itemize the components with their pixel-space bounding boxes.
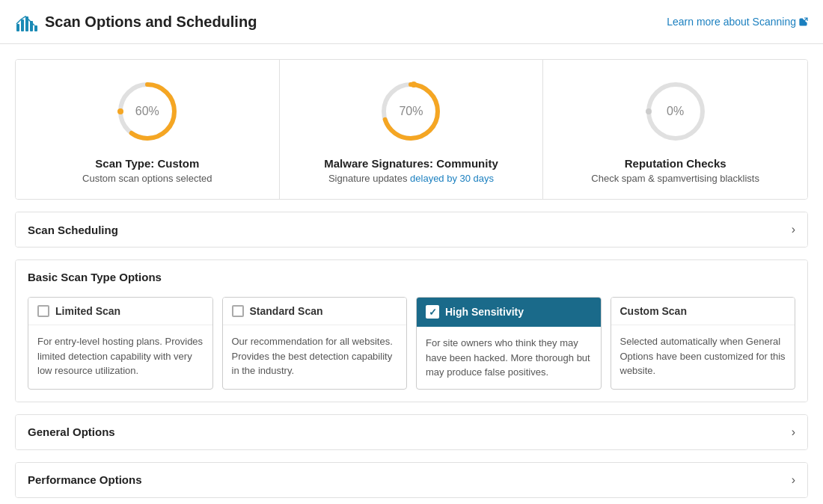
reputation-card: 0% Reputation Checks Check spam & spamve… <box>543 60 807 199</box>
scan-type-title: Scan Type: Custom <box>95 157 199 170</box>
performance-options-section: Performance Options › <box>15 462 808 498</box>
custom-scan-label: Custom Scan <box>620 305 687 317</box>
general-options-chevron: › <box>792 425 795 439</box>
performance-options-title: Performance Options <box>28 473 142 486</box>
page-header: Scan Options and Scheduling Learn more a… <box>0 0 823 44</box>
page-title: Scan Options and Scheduling <box>45 13 257 31</box>
reputation-title: Reputation Checks <box>625 157 726 170</box>
standard-scan-header: Standard Scan <box>223 298 407 325</box>
basic-scan-title: Basic Scan Type Options <box>28 271 795 283</box>
scan-scheduling-header[interactable]: Scan Scheduling › <box>16 212 807 247</box>
limited-scan-card[interactable]: Limited Scan For entry-level hosting pla… <box>28 297 213 390</box>
standard-scan-body: Our recommendation for all websites. Pro… <box>223 325 407 387</box>
reputation-percent: 0% <box>667 105 684 118</box>
high-sensitivity-checkbox[interactable] <box>426 305 439 319</box>
standard-scan-label: Standard Scan <box>250 305 323 317</box>
high-sensitivity-header: High Sensitivity <box>417 298 601 327</box>
high-sensitivity-body: For site owners who think they may have … <box>417 327 601 389</box>
high-sensitivity-card[interactable]: High Sensitivity For site owners who thi… <box>416 297 602 390</box>
scan-type-donut: 60% <box>114 78 181 145</box>
svg-point-7 <box>117 108 123 114</box>
basic-scan-section: Basic Scan Type Options Limited Scan For… <box>15 259 808 402</box>
scan-type-cards: Limited Scan For entry-level hosting pla… <box>16 291 807 402</box>
malware-title: Malware Signatures: Community <box>324 157 498 170</box>
svg-point-12 <box>646 108 652 114</box>
learn-more-label: Learn more about Scanning <box>667 16 796 28</box>
limited-scan-label: Limited Scan <box>55 305 120 317</box>
malware-percent: 70% <box>399 105 423 118</box>
reputation-subtitle: Check spam & spamvertising blacklists <box>591 173 759 184</box>
malware-donut: 70% <box>377 78 444 145</box>
external-link-icon <box>799 17 808 26</box>
general-options-header[interactable]: General Options › <box>16 415 807 449</box>
general-options-section: General Options › <box>15 414 808 450</box>
custom-scan-body: Selected automatically when General Opti… <box>611 325 795 387</box>
learn-more-link[interactable]: Learn more about Scanning <box>667 16 808 28</box>
scan-type-percent: 60% <box>135 105 159 118</box>
summary-cards: 60% Scan Type: Custom Custom scan option… <box>15 59 808 200</box>
svg-rect-1 <box>21 19 24 31</box>
scan-scheduling-section: Scan Scheduling › <box>15 212 808 248</box>
performance-options-chevron: › <box>792 473 795 487</box>
svg-rect-0 <box>16 24 19 31</box>
standard-scan-checkbox[interactable] <box>232 305 244 317</box>
main-content: 60% Scan Type: Custom Custom scan option… <box>0 44 823 504</box>
scan-type-card: 60% Scan Type: Custom Custom scan option… <box>16 60 280 199</box>
header-left: Scan Options and Scheduling <box>15 10 257 33</box>
scan-type-subtitle: Custom scan options selected <box>82 173 212 184</box>
limited-scan-checkbox[interactable] <box>37 305 49 317</box>
basic-scan-header: Basic Scan Type Options <box>16 260 807 291</box>
reputation-donut: 0% <box>642 78 709 145</box>
high-sensitivity-label: High Sensitivity <box>445 306 524 318</box>
malware-signatures-card: 70% Malware Signatures: Community Signat… <box>280 60 544 199</box>
malware-subtitle: Signature updates delayed by 30 days <box>328 173 494 184</box>
custom-scan-header: Custom Scan <box>611 298 795 325</box>
malware-highlight: delayed by 30 days <box>410 173 494 184</box>
custom-scan-card[interactable]: Custom Scan Selected automatically when … <box>611 297 796 390</box>
performance-options-header[interactable]: Performance Options › <box>16 463 807 497</box>
scan-scheduling-chevron: › <box>792 223 795 236</box>
limited-scan-body: For entry-level hosting plans. Provides … <box>28 325 212 387</box>
standard-scan-card[interactable]: Standard Scan Our recommendation for all… <box>222 297 408 390</box>
scan-scheduling-title: Scan Scheduling <box>28 224 118 236</box>
limited-scan-header: Limited Scan <box>28 298 212 325</box>
logo-icon <box>15 10 37 33</box>
general-options-title: General Options <box>28 425 115 438</box>
svg-rect-4 <box>34 25 37 31</box>
